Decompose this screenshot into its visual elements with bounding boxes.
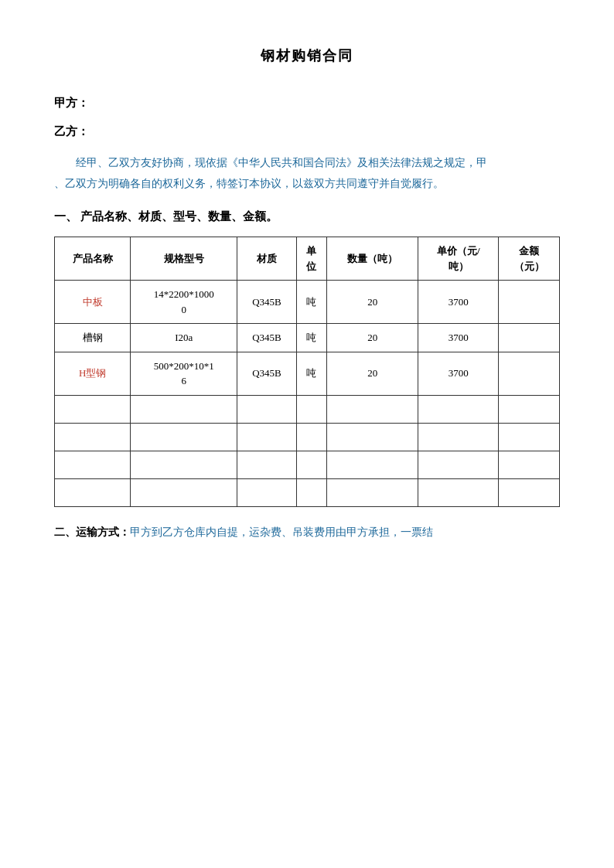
col-header-quantity: 数量（吨）	[327, 237, 418, 281]
cell-price: 3700	[418, 281, 499, 324]
cell-quantity: 20	[327, 281, 418, 324]
table-row-empty	[55, 395, 560, 423]
table-row-empty	[55, 451, 560, 478]
table-row: 槽钢 I20a Q345B 吨 20 3700	[55, 324, 560, 352]
section2-content: 甲方到乙方仓库内自提，运杂费、吊装费用由甲方承担，一票结	[130, 526, 433, 538]
cell-product-name: 槽钢	[55, 324, 131, 352]
col-header-price: 单价（元/吨）	[418, 237, 499, 281]
col-header-amount: 金额（元）	[499, 237, 560, 281]
col-header-spec: 规格型号	[131, 237, 237, 281]
section2-label: 二、运输方式：	[54, 526, 130, 538]
cell-unit: 吨	[296, 281, 326, 324]
cell-price: 3700	[418, 352, 499, 395]
party-a-label: 甲方：	[54, 96, 560, 111]
cell-material: Q345B	[237, 324, 297, 352]
col-header-material: 材质	[237, 237, 297, 281]
col-header-unit: 单位	[296, 237, 326, 281]
table-row: H型钢 500*200*10*16 Q345B 吨 20 3700	[55, 352, 560, 395]
cell-spec: I20a	[131, 324, 237, 352]
intro-text-1: 经甲、乙双方友好协商，现依据《中华人民共和国合同法》及相关法律法规之规定，甲	[76, 157, 487, 168]
cell-product-name: H型钢	[55, 352, 131, 395]
cell-price: 3700	[418, 324, 499, 352]
cell-material: Q345B	[237, 281, 297, 324]
section2-block: 二、运输方式：甲方到乙方仓库内自提，运杂费、吊装费用由甲方承担，一票结	[54, 523, 560, 542]
cell-material: Q345B	[237, 352, 297, 395]
cell-amount	[499, 324, 560, 352]
table-row-empty	[55, 423, 560, 451]
product-table: 产品名称 规格型号 材质 单位 数量（吨） 单价（元/吨） 金额（元） 中板 1…	[54, 237, 560, 507]
table-header-row: 产品名称 规格型号 材质 单位 数量（吨） 单价（元/吨） 金额（元）	[55, 237, 560, 281]
col-header-product: 产品名称	[55, 237, 131, 281]
cell-quantity: 20	[327, 324, 418, 352]
cell-spec: 500*200*10*16	[131, 352, 237, 395]
cell-product-name: 中板	[55, 281, 131, 324]
document-title: 钢材购销合同	[54, 46, 560, 65]
intro-text-2: 、乙双方为明确各自的权利义务，特签订本协议，以兹双方共同遵守并自觉履行。	[54, 178, 444, 189]
cell-spec: 14*2200*10000	[131, 281, 237, 324]
cell-amount	[499, 352, 560, 395]
cell-unit: 吨	[296, 352, 326, 395]
section1-title: 一、 产品名称、材质、型号、数量、金额。	[54, 209, 560, 224]
intro-paragraph: 经甲、乙双方友好协商，现依据《中华人民共和国合同法》及相关法律法规之规定，甲 、…	[54, 153, 560, 194]
party-b-label: 乙方：	[54, 124, 560, 139]
cell-quantity: 20	[327, 352, 418, 395]
cell-amount	[499, 281, 560, 324]
table-row-empty	[55, 478, 560, 506]
cell-unit: 吨	[296, 324, 326, 352]
table-row: 中板 14*2200*10000 Q345B 吨 20 3700	[55, 281, 560, 324]
